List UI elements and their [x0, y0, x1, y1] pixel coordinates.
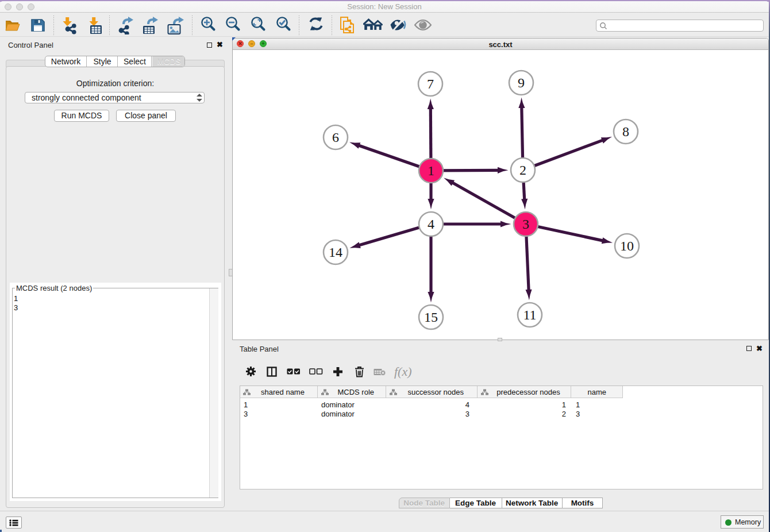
svg-text:4: 4: [428, 217, 434, 232]
svg-text:8: 8: [622, 124, 629, 139]
svg-text:15: 15: [424, 310, 438, 325]
svg-text:2: 2: [519, 163, 526, 178]
svg-text:14: 14: [329, 245, 342, 260]
svg-text:3: 3: [522, 217, 529, 232]
svg-text:11: 11: [523, 307, 536, 322]
svg-text:1: 1: [428, 163, 434, 178]
svg-text:10: 10: [620, 238, 634, 253]
svg-text:6: 6: [332, 130, 339, 145]
svg-text:9: 9: [518, 75, 525, 90]
svg-text:7: 7: [427, 76, 434, 91]
